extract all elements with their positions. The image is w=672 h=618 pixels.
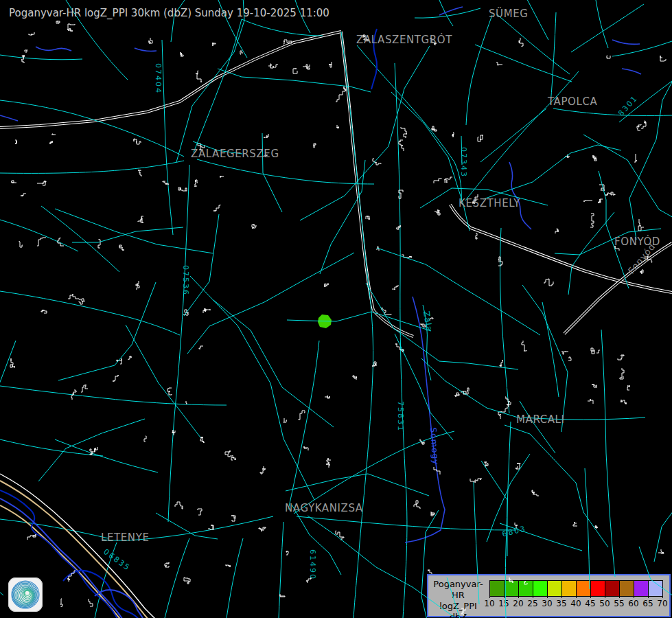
- road: [197, 159, 374, 184]
- road-number-label: 75831: [396, 401, 405, 432]
- settlement-outline: [81, 385, 88, 392]
- road: [0, 519, 108, 538]
- settlement-outline: [478, 135, 483, 141]
- settlement-outline: [283, 40, 292, 44]
- road-minor: [522, 285, 568, 432]
- settlement-outline: [136, 281, 139, 290]
- settlement-outline: [461, 608, 465, 615]
- road: [542, 302, 559, 397]
- settlement-outline: [591, 348, 594, 354]
- settlement-outline: [637, 124, 641, 130]
- settlement-outline: [596, 350, 600, 353]
- settlement-outline: [225, 450, 233, 457]
- road: [0, 386, 227, 405]
- river-zala: [509, 162, 531, 229]
- settlement-outline: [598, 199, 603, 203]
- settlement-outline: [336, 87, 346, 102]
- settlement-outline: [259, 527, 266, 531]
- city-label-marcali: MARCALI: [516, 413, 565, 426]
- settlement-outline: [52, 134, 56, 135]
- settlement-outline: [593, 155, 596, 161]
- settlement-outline: [627, 386, 630, 390]
- road-number-label: 07404: [154, 63, 163, 94]
- settlement-outline: [401, 127, 407, 138]
- settlement-outline: [67, 571, 76, 582]
- road: [0, 55, 82, 60]
- settlement-outline: [366, 216, 370, 219]
- settlement-outline: [435, 210, 440, 215]
- settlement-outline: [595, 525, 598, 529]
- settlement-outline: [496, 62, 502, 65]
- road: [0, 161, 184, 173]
- settlement-outline: [532, 490, 539, 496]
- settlement-outline: [50, 141, 53, 144]
- settlement-outline: [583, 201, 592, 201]
- settlement-outline: [68, 294, 82, 302]
- settlement-outline: [89, 599, 93, 606]
- settlement-outline: [199, 346, 203, 349]
- settlement-outline: [178, 187, 187, 191]
- settlement-outline: [212, 43, 216, 46]
- road: [500, 228, 510, 413]
- spiral-ring: [25, 591, 30, 595]
- settlement-outline: [184, 577, 190, 584]
- settlement-outline: [452, 133, 454, 137]
- settlement-outline: [279, 594, 285, 597]
- settlement-outline: [149, 38, 152, 43]
- settlement-outline: [27, 534, 36, 540]
- settlement-outline: [181, 52, 183, 56]
- settlement-outline: [555, 229, 558, 233]
- settlement-outline: [620, 368, 624, 379]
- settlement-outline: [396, 225, 400, 229]
- road-minor: [0, 341, 16, 462]
- settlement-outline: [524, 581, 528, 584]
- settlement-outline: [470, 479, 482, 482]
- settlement-outline: [432, 126, 437, 131]
- city-label-nagykanizsa: NAGYKANIZSA: [285, 502, 363, 514]
- road: [41, 206, 119, 272]
- road: [612, 41, 672, 56]
- settlement-outline: [607, 56, 610, 58]
- settlement-outline: [293, 69, 297, 73]
- settlement-outline: [515, 464, 520, 469]
- settlement-outline: [37, 238, 46, 246]
- settlement-outline: [618, 355, 624, 360]
- road-minor: [377, 248, 540, 335]
- road-minor: [475, 45, 572, 82]
- settlement-outline: [303, 65, 310, 69]
- road: [571, 4, 644, 52]
- settlement-outline: [592, 385, 596, 388]
- road-minor: [156, 513, 218, 539]
- settlement-outline: [461, 388, 469, 394]
- road: [585, 468, 590, 589]
- settlement-outline: [252, 224, 257, 229]
- road: [466, 15, 492, 125]
- settlement-outline: [299, 411, 305, 420]
- road-minor: [55, 209, 213, 253]
- road: [480, 108, 546, 162]
- settlement-outline: [198, 509, 202, 515]
- settlement-outline: [28, 32, 34, 35]
- settlement-outline: [414, 501, 421, 508]
- road-minor: [300, 46, 430, 220]
- road-minor: [308, 516, 454, 617]
- settlement-outline: [324, 283, 328, 286]
- settlement-outline: [12, 181, 16, 183]
- settlement-outline: [304, 446, 308, 450]
- settlement-outline: [590, 214, 594, 227]
- settlement-outline: [196, 71, 201, 82]
- road: [596, 0, 608, 48]
- road: [242, 19, 323, 36]
- settlement-outline: [428, 570, 432, 574]
- road-minor: [262, 133, 282, 212]
- road-minor: [72, 227, 183, 242]
- road: [162, 40, 173, 235]
- settlement-outline: [568, 357, 571, 360]
- settlement-outline: [544, 279, 553, 286]
- settlement-outline: [621, 400, 627, 404]
- road: [341, 32, 373, 618]
- settlement-outline: [175, 502, 183, 509]
- settlement-outline: [519, 38, 523, 47]
- settlement-outline: [658, 549, 664, 553]
- settlement-outline: [119, 245, 124, 250]
